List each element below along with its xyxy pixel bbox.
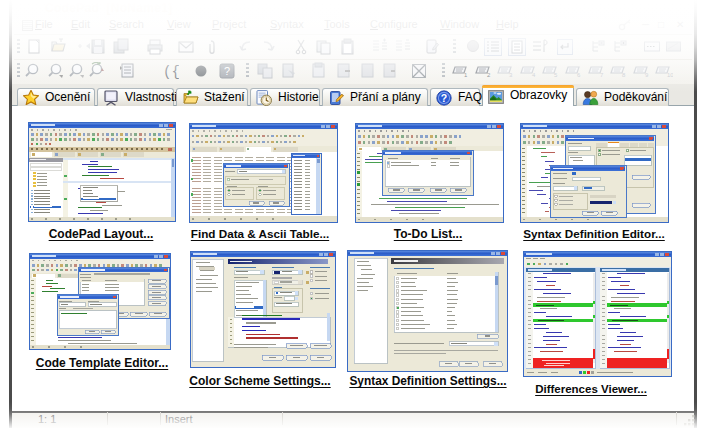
svg-text:10: 10: [667, 72, 673, 78]
svg-text:9: 9: [645, 72, 649, 78]
svg-text:1: 1: [464, 72, 468, 78]
svg-text:4: 4: [532, 72, 536, 78]
svg-text:5: 5: [554, 72, 558, 78]
svg-text:7: 7: [600, 72, 604, 78]
svg-text:?: ?: [224, 65, 230, 77]
svg-text:3: 3: [509, 72, 513, 78]
svg-text:8: 8: [622, 72, 626, 78]
svg-text:2: 2: [487, 72, 491, 78]
svg-text:?: ?: [441, 91, 447, 103]
svg-text:({: ({: [163, 64, 179, 80]
svg-text:6: 6: [577, 72, 581, 78]
